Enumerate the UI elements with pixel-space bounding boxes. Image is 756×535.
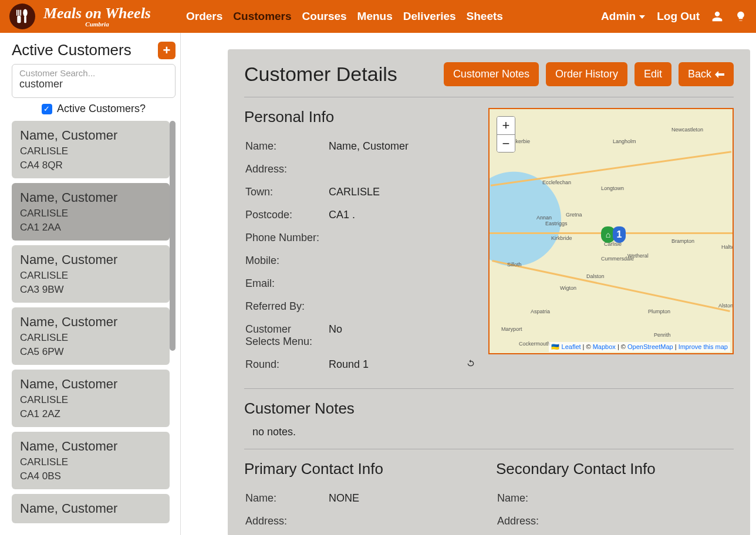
zoom-in-button[interactable]: +: [497, 117, 515, 134]
logo: [9, 4, 35, 29]
active-checkbox[interactable]: ✓: [42, 104, 52, 114]
customer-list-item[interactable]: Name, CustomerCARLISLECA5 6PW: [12, 307, 170, 365]
map-town-label: Aspatria: [531, 309, 550, 314]
back-arrow-icon: [715, 70, 724, 79]
svg-point-4: [23, 9, 28, 17]
secondary-heading: Secondary Contact Info: [496, 460, 734, 478]
right-nav: Admin Log Out: [601, 10, 747, 23]
map-town-label: Longtown: [601, 185, 624, 191]
brand-subtitle: Cumbria: [43, 21, 151, 28]
map-zoom: + −: [497, 116, 515, 153]
customer-postcode: CA5 6PW: [20, 346, 161, 358]
map-town-label: Brampton: [671, 238, 694, 244]
map-town-label: Newcastleton: [671, 127, 703, 133]
value-name: Name, Customer: [329, 136, 475, 157]
label-postcode: Postcode:: [245, 204, 328, 226]
label-address: Address:: [245, 158, 328, 180]
nav-deliveries[interactable]: Deliveries: [403, 10, 456, 23]
value-round: Round 1: [329, 358, 369, 370]
user-icon[interactable]: [711, 11, 723, 22]
lightbulb-icon[interactable]: [735, 11, 747, 22]
map-town-label: Maryport: [501, 326, 522, 332]
map-town-label: Penrith: [654, 332, 671, 338]
search-placeholder: Customer Search...: [19, 68, 168, 78]
customer-list-item[interactable]: Name, CustomerCARLISLECA3 9BW: [12, 245, 170, 303]
value-referred: [329, 296, 475, 317]
label-name: Name:: [245, 136, 328, 157]
customer-list-item[interactable]: Name, Customer: [12, 494, 170, 523]
map-town-label: Cummersdale: [601, 256, 634, 262]
secondary-contact-table: Name: Address:: [496, 486, 734, 533]
svg-rect-0: [16, 10, 18, 16]
no-notes-text: no notes.: [252, 426, 734, 438]
map-town-label: Gretna: [566, 212, 582, 218]
content: Customer Details Customer Notes Order Hi…: [181, 33, 756, 535]
customer-list-item[interactable]: Name, CustomerCARLISLECA1 2AA: [12, 183, 170, 241]
customer-postcode: CA1 2AA: [20, 222, 161, 233]
improve-map-link[interactable]: Improve this map: [679, 343, 728, 350]
primary-heading: Primary Contact Info: [244, 460, 482, 478]
map-town-label: Plumpton: [648, 309, 670, 314]
brand-title: Meals on Wheels: [43, 5, 151, 22]
nav-orders[interactable]: Orders: [186, 10, 222, 23]
customer-name: Name, Customer: [20, 190, 161, 205]
customer-notes-button[interactable]: Customer Notes: [444, 62, 539, 86]
customer-list-item[interactable]: Name, CustomerCARLISLECA4 8QR: [12, 121, 170, 178]
edit-button[interactable]: Edit: [635, 62, 671, 86]
customer-town: CARLISLE: [20, 270, 161, 282]
svg-rect-5: [24, 16, 26, 23]
customer-postcode: CA1 2AZ: [20, 408, 161, 420]
primary-addr-value: [329, 510, 481, 532]
customer-name: Name, Customer: [20, 377, 161, 392]
search-value: customer: [19, 78, 168, 90]
map[interactable]: LockerbieLangholmNewcastletonAnnanGretna…: [488, 108, 734, 354]
label-round: Round:: [245, 354, 328, 375]
customer-list-item[interactable]: Name, CustomerCARLISLECA1 2AZ: [12, 370, 170, 427]
add-customer-button[interactable]: +: [158, 42, 176, 59]
customer-list-item[interactable]: Name, CustomerCARLISLECA4 0BS: [12, 432, 170, 489]
value-phone: [329, 227, 475, 249]
map-town-label: Alston: [718, 303, 733, 309]
search-input[interactable]: Customer Search... customer: [12, 64, 176, 98]
map-town-label: Dalston: [586, 273, 605, 279]
label-phone: Phone Number:: [245, 227, 328, 249]
primary-addr-label: Address:: [245, 510, 328, 532]
customer-town: CARLISLE: [20, 394, 161, 406]
zoom-out-button[interactable]: −: [497, 134, 515, 152]
osm-link[interactable]: OpenStreetMap: [627, 343, 673, 350]
customer-town: CARLISLE: [20, 145, 161, 157]
nav-customers[interactable]: Customers: [233, 10, 291, 23]
primary-name-label: Name:: [245, 487, 328, 509]
map-town-label: Annan: [536, 215, 552, 221]
sidebar: Active Customers + Customer Search... cu…: [0, 33, 181, 535]
back-button[interactable]: Back: [679, 62, 734, 86]
map-town-label: Wigton: [560, 285, 576, 291]
leaflet-link[interactable]: Leaflet: [562, 343, 581, 350]
secondary-addr-label: Address:: [497, 510, 579, 532]
admin-dropdown[interactable]: Admin: [601, 10, 645, 23]
personal-info-table: Name:Name, Customer Address: Town:CARLIS…: [244, 134, 477, 377]
nav-sheets[interactable]: Sheets: [467, 10, 503, 23]
refresh-icon[interactable]: [466, 358, 475, 368]
value-email: [329, 273, 475, 294]
details-panel: Customer Details Customer Notes Order Hi…: [228, 49, 750, 535]
label-selects-menu: Customer Selects Menu:: [245, 319, 328, 353]
customer-postcode: CA3 9BW: [20, 284, 161, 296]
logout-link[interactable]: Log Out: [657, 10, 700, 23]
mapbox-link[interactable]: Mapbox: [593, 343, 616, 350]
order-history-button[interactable]: Order History: [546, 62, 627, 86]
label-town: Town:: [245, 181, 328, 203]
customer-town: CARLISLE: [20, 456, 161, 468]
map-marker: ⌂ 1: [601, 226, 626, 243]
map-town-label: Cockermouth: [519, 341, 551, 347]
map-attribution: 🇺🇦 Leaflet | © Mapbox | © OpenStreetMap …: [549, 342, 730, 352]
scrollbar[interactable]: [170, 121, 176, 351]
value-mobile: [329, 250, 475, 272]
customer-list: Name, CustomerCARLISLECA4 8QRName, Custo…: [12, 121, 176, 535]
marker-number: 1: [613, 226, 626, 243]
nav-menus[interactable]: Menus: [357, 10, 393, 23]
secondary-name-value: [580, 487, 733, 509]
map-town-label: Eastriggs: [545, 221, 568, 226]
map-town-label: Silloth: [507, 262, 522, 268]
nav-courses[interactable]: Courses: [302, 10, 347, 23]
